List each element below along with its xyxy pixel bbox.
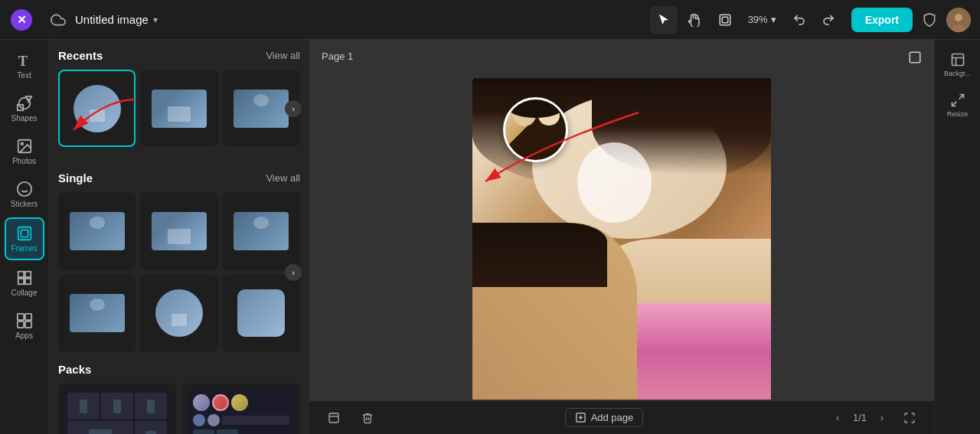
resize-label: Resize <box>947 110 969 118</box>
single-thumb-2 <box>152 212 207 250</box>
undo-button[interactable] <box>786 6 813 34</box>
single-title: Single <box>58 171 93 184</box>
sidebar-item-shapes[interactable]: Shapes <box>5 89 44 129</box>
svg-point-12 <box>21 142 23 145</box>
sidebar-item-stickers[interactable]: Stickers <box>5 175 44 214</box>
svg-point-8 <box>18 98 30 109</box>
topbar: ✕ Untitled image ▾ <box>0 0 980 40</box>
user-avatar[interactable] <box>946 8 971 32</box>
topbar-center: Untitled image ▾ <box>47 9 158 31</box>
sidebar-item-photos[interactable]: Photos <box>5 132 44 171</box>
export-button[interactable]: Export <box>851 8 913 32</box>
redo-button[interactable] <box>815 6 842 34</box>
sidebar-item-frames[interactable]: Frames <box>5 217 44 260</box>
svg-rect-18 <box>18 272 23 277</box>
recents-view-all[interactable]: View all <box>266 50 300 61</box>
svg-rect-29 <box>329 413 338 423</box>
single-frame-2[interactable] <box>140 192 217 269</box>
add-page-button[interactable]: Add page <box>565 408 644 427</box>
recents-title: Recents <box>58 49 103 62</box>
single-frame-1[interactable] <box>58 192 136 269</box>
sidebar-item-apps[interactable]: Apps <box>5 306 44 346</box>
zoom-level-button[interactable]: 39% ▾ <box>742 11 782 28</box>
svg-rect-17 <box>21 230 28 237</box>
circle-frame-canvas[interactable] <box>503 97 568 162</box>
svg-rect-24 <box>17 321 23 328</box>
frame-tool-button[interactable] <box>711 6 739 34</box>
single-grid-row: › <box>58 192 300 352</box>
next-page-arrow[interactable]: › <box>873 409 891 427</box>
canvas-container: Page 1 <box>309 40 934 434</box>
single-next-arrow[interactable]: › <box>285 264 302 281</box>
svg-rect-21 <box>24 279 30 284</box>
single-frame-5[interactable] <box>140 275 217 352</box>
sidebar-shapes-label: Shapes <box>11 114 38 122</box>
recents-section-header: Recents View all <box>58 49 300 62</box>
frame-thumb-circle-recent[interactable] <box>58 70 136 147</box>
frames-panel: Recents View all › <box>49 40 309 434</box>
bottom-bar: Add page ‹ 1/1 › <box>309 400 934 434</box>
right-panel-resize[interactable]: Resize <box>938 86 978 124</box>
single-thumb-6 <box>237 289 285 337</box>
social-media-preview <box>188 390 294 434</box>
svg-text:T: T <box>18 54 27 69</box>
canvas-top-bar: Page 1 <box>309 51 934 67</box>
single-frame-3[interactable] <box>223 192 300 269</box>
landscape-thumb-visual <box>152 90 207 128</box>
hand-tool-button[interactable] <box>681 6 708 34</box>
single-frame-4[interactable] <box>58 275 136 352</box>
svg-rect-19 <box>24 272 30 277</box>
add-page-label: Add page <box>591 412 634 423</box>
svg-rect-33 <box>952 54 963 66</box>
single-thumb-5 <box>155 289 203 337</box>
pack-item-social-media[interactable]: Social media <box>182 383 300 434</box>
canvas-corner-icon[interactable] <box>908 51 922 67</box>
zoom-value: 39% <box>748 14 768 25</box>
svg-text:✕: ✕ <box>17 12 27 25</box>
sidebar-photos-label: Photos <box>12 157 36 165</box>
right-panel-background[interactable]: Backgr... <box>938 46 978 83</box>
svg-point-13 <box>17 182 31 196</box>
sidebar-apps-label: Apps <box>15 331 33 340</box>
doc-title-button[interactable]: Untitled image ▾ <box>75 13 158 26</box>
mockup-preview <box>64 390 170 434</box>
bottom-fit-btn[interactable] <box>897 409 922 427</box>
sidebar-item-text[interactable]: T Text <box>5 46 44 86</box>
select-tool-button[interactable] <box>650 6 678 34</box>
recents-grid <box>58 70 300 147</box>
svg-rect-25 <box>24 321 31 328</box>
icon-sidebar: T Text Shapes Photos <box>0 40 49 434</box>
bottom-back-btn[interactable] <box>322 409 346 427</box>
sidebar-item-collage[interactable]: Collage <box>5 263 44 303</box>
doc-title-chevron: ▾ <box>153 15 158 25</box>
sidebar-stickers-label: Stickers <box>11 200 38 208</box>
app-logo[interactable]: ✕ <box>9 8 34 32</box>
prev-page-arrow[interactable]: ‹ <box>828 409 847 427</box>
landscape-thumb-visual-2 <box>234 90 289 128</box>
svg-rect-20 <box>18 279 23 284</box>
packs-grid: Mockup <box>58 383 300 434</box>
topbar-tools: 39% ▾ Export <box>650 6 971 34</box>
bottom-right: ‹ 1/1 › <box>828 409 922 427</box>
svg-rect-3 <box>722 17 728 23</box>
sidebar-collage-label: Collage <box>11 289 38 297</box>
single-view-all[interactable]: View all <box>266 172 300 184</box>
single-frame-6[interactable] <box>223 275 300 352</box>
packs-title: Packs <box>58 363 91 376</box>
background-label: Backgr... <box>944 70 971 77</box>
recents-next-arrow[interactable]: › <box>285 100 302 117</box>
canvas-frame[interactable] <box>472 78 771 400</box>
page-indicator: 1/1 <box>853 412 867 423</box>
recents-grid-row: › <box>58 70 300 147</box>
sidebar-frames-label: Frames <box>11 244 38 253</box>
circle-thumb-visual <box>74 85 121 132</box>
pack-item-mockup[interactable]: Mockup <box>58 383 176 434</box>
svg-point-5 <box>955 14 962 21</box>
svg-rect-16 <box>18 227 31 240</box>
cloud-save-icon[interactable] <box>47 9 69 31</box>
shield-icon[interactable] <box>916 6 943 34</box>
page-label: Page 1 <box>322 51 353 62</box>
frame-thumb-landscape-1[interactable] <box>140 70 217 147</box>
bottom-delete-btn[interactable] <box>355 409 380 427</box>
single-thumb-4 <box>70 294 125 332</box>
